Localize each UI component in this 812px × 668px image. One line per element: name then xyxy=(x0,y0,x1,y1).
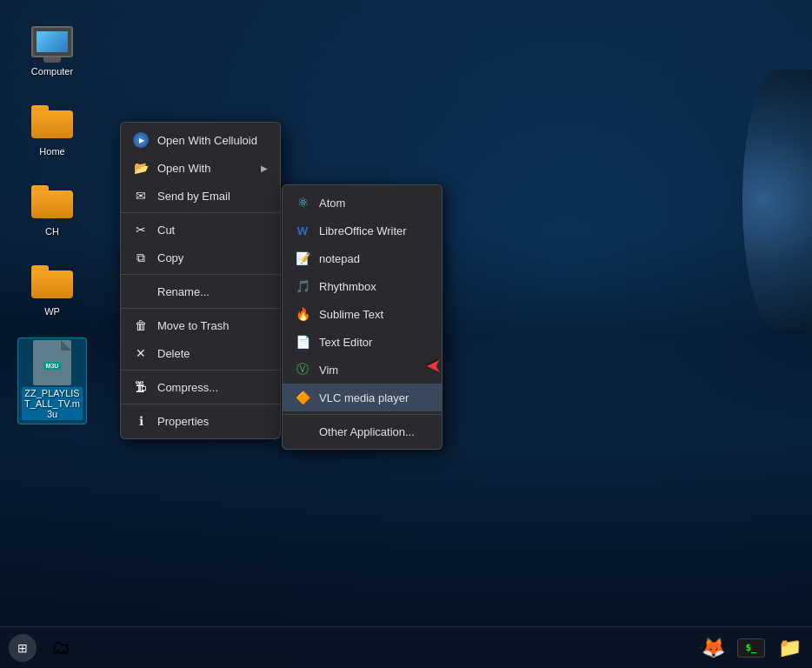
menu-trash[interactable]: 🗑 Move to Trash xyxy=(121,311,280,339)
monitor-screen xyxy=(37,31,68,52)
separator-1 xyxy=(121,212,280,213)
home-icon-img xyxy=(31,101,73,143)
context-menu: Open With Celluloid 📂 Open With ▶ ⚛ Atom… xyxy=(120,122,281,439)
computer-icon-label: Computer xyxy=(31,66,73,77)
taskbar-terminal-button[interactable]: $_ xyxy=(735,632,767,664)
separator-3 xyxy=(121,308,280,309)
lo-writer-icon: W xyxy=(295,223,310,238)
m3u-icon-label: ZZ_PLAYLIST_ALL_TV.m3u xyxy=(22,387,83,420)
taskbar-folder-icon[interactable]: 🗂 xyxy=(45,632,77,664)
taskbar-firefox-button[interactable]: 🦊 xyxy=(697,632,729,664)
submenu-vlc-label: VLC media player xyxy=(319,391,409,404)
menu-delete[interactable]: ✕ Delete xyxy=(121,339,280,367)
desktop-icon-m3u[interactable]: M3U ZZ_PLAYLIST_ALL_TV.m3u xyxy=(17,337,87,424)
submenu-chevron: ▶ xyxy=(261,164,268,173)
ch-icon-label: CH xyxy=(45,226,59,237)
compress-icon: 🗜 xyxy=(133,379,149,395)
vim-icon: Ⓥ xyxy=(295,362,310,377)
celluloid-app-icon xyxy=(133,132,149,148)
menu-open-celluloid-label: Open With Celluloid xyxy=(157,134,257,147)
desktop-icon-ch[interactable]: CH xyxy=(17,177,87,240)
folder-icon-home xyxy=(31,105,73,138)
desktop-icon-computer[interactable]: Computer xyxy=(17,17,87,80)
desktop-icons-container: Computer Home CH WP xyxy=(0,0,104,459)
open-with-icon: 📂 xyxy=(133,160,149,176)
ch-icon-img xyxy=(31,181,73,223)
menu-cut[interactable]: ✂ Cut xyxy=(121,216,280,244)
red-arrow-indicator: ➤ xyxy=(426,355,442,377)
desktop-icon-home[interactable]: Home xyxy=(17,97,87,160)
menu-rename[interactable]: Rename... xyxy=(121,277,280,305)
celluloid-icon xyxy=(133,132,149,148)
submenu-rhythmbox-label: Rhythmbox xyxy=(319,280,376,293)
menu-properties[interactable]: ℹ Properties xyxy=(121,407,280,435)
wp-icon-img xyxy=(31,261,73,303)
menu-cut-label: Cut xyxy=(157,224,175,237)
separator-5 xyxy=(121,404,280,404)
sublime-icon: 🔥 xyxy=(295,306,310,322)
cut-icon: ✂ xyxy=(133,222,149,237)
rhythmbox-icon: 🎵 xyxy=(295,278,310,294)
rename-icon xyxy=(133,284,149,299)
submenu-lo-writer[interactable]: W LibreOffice Writer xyxy=(283,217,442,244)
menu-copy[interactable]: ⧉ Copy xyxy=(121,244,280,271)
email-icon: ✉ xyxy=(133,188,149,204)
taskbar-apps-button[interactable]: ⊞ xyxy=(7,632,38,664)
submenu-vim-label: Vim xyxy=(319,364,338,377)
desktop-icon-wp[interactable]: WP xyxy=(17,257,87,320)
menu-send-email-label: Send by Email xyxy=(157,190,230,203)
separator-4 xyxy=(121,370,280,371)
home-icon-label: Home xyxy=(39,146,64,157)
text-editor-icon: 📄 xyxy=(295,334,310,350)
menu-copy-label: Copy xyxy=(157,251,183,264)
taskbar-right-section: 🦊 $_ 📁 xyxy=(697,632,805,664)
menu-trash-label: Move to Trash xyxy=(157,319,229,332)
submenu-rhythmbox[interactable]: 🎵 Rhythmbox xyxy=(283,272,442,300)
menu-open-celluloid[interactable]: Open With Celluloid xyxy=(121,126,280,154)
menu-open-with[interactable]: 📂 Open With ▶ ⚛ Atom W LibreOffice Write… xyxy=(121,154,280,182)
m3u-icon-img: M3U xyxy=(31,342,73,384)
apps-grid-icon: ⊞ xyxy=(9,634,37,662)
wp-icon-label: WP xyxy=(44,306,60,317)
submenu-notepad[interactable]: 📝 notepad xyxy=(283,244,442,272)
submenu-vlc[interactable]: 🔶 VLC media player xyxy=(283,384,442,411)
delete-icon: ✕ xyxy=(133,345,149,361)
vlc-icon: 🔶 xyxy=(295,390,310,405)
taskbar-left-section: ⊞ 🗂 xyxy=(7,632,77,664)
atom-icon: ⚛ xyxy=(295,195,310,210)
submenu-vim[interactable]: Ⓥ Vim xyxy=(283,356,442,384)
submenu-atom[interactable]: ⚛ Atom xyxy=(283,189,442,217)
monitor-icon xyxy=(31,26,73,57)
menu-delete-label: Delete xyxy=(157,347,190,360)
submenu-other-app-label: Other Application... xyxy=(319,425,415,438)
file-type-badge: M3U xyxy=(43,362,62,370)
computer-icon-img xyxy=(31,21,73,63)
notepad-icon: 📝 xyxy=(295,250,310,266)
menu-open-with-label: Open With xyxy=(157,162,210,175)
submenu-lo-writer-label: LibreOffice Writer xyxy=(319,224,407,237)
submenu-sublime[interactable]: 🔥 Sublime Text xyxy=(283,300,442,328)
taskbar: ⊞ 🗂 🦊 $_ 📁 xyxy=(0,626,812,668)
menu-compress[interactable]: 🗜 Compress... xyxy=(121,373,280,401)
folder-icon-ch xyxy=(31,185,73,218)
copy-icon: ⧉ xyxy=(133,250,149,265)
menu-rename-label: Rename... xyxy=(157,285,210,298)
menu-send-email[interactable]: ✉ Send by Email xyxy=(121,182,280,210)
file-icon-m3u: M3U xyxy=(33,340,71,385)
folder-icon-wp xyxy=(31,265,73,298)
submenu-other-app[interactable]: Other Application... xyxy=(283,418,442,445)
other-app-icon xyxy=(295,424,310,439)
folder-body-ch xyxy=(31,190,73,218)
properties-icon: ℹ xyxy=(133,413,149,429)
submenu-text-editor[interactable]: 📄 Text Editor xyxy=(283,328,442,356)
taskbar-files-button[interactable]: 📁 xyxy=(774,632,805,664)
submenu-atom-label: Atom xyxy=(319,197,345,210)
folder-body-wp xyxy=(31,271,73,298)
separator-2 xyxy=(121,274,280,275)
trash-icon: 🗑 xyxy=(133,317,149,333)
menu-compress-label: Compress... xyxy=(157,381,218,394)
submenu-text-editor-label: Text Editor xyxy=(319,336,372,349)
terminal-icon: $_ xyxy=(737,638,765,658)
menu-properties-label: Properties xyxy=(157,415,209,428)
submenu-separator xyxy=(283,414,442,415)
